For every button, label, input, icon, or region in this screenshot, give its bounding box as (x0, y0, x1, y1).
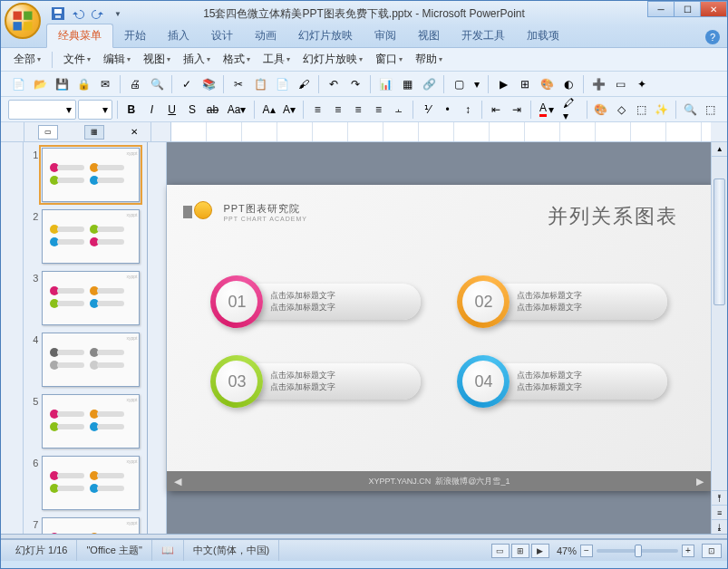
tab-slideshow[interactable]: 幻灯片放映 (287, 24, 364, 47)
research-icon[interactable]: 📚 (199, 74, 218, 94)
fontsize-combo[interactable]: ▾ (78, 100, 112, 120)
cut-icon[interactable]: ✂ (228, 74, 248, 94)
italic-icon[interactable]: I (142, 100, 160, 120)
menu-window[interactable]: 窗口▾ (370, 49, 408, 70)
thumbnail-slide-4[interactable]: xyppt (42, 333, 140, 387)
zoom-slider[interactable] (597, 549, 678, 553)
vertical-scrollbar[interactable]: ▲ ⭱ ≡ ⭳ (711, 142, 727, 534)
vertical-ruler[interactable] (148, 142, 167, 534)
footer-prev-icon[interactable]: ◀ (174, 476, 181, 487)
zoom-out-icon[interactable]: − (580, 545, 593, 557)
font-combo[interactable]: ▾ (8, 100, 76, 120)
tab-home[interactable]: 开始 (113, 24, 157, 47)
tab-review[interactable]: 审阅 (364, 24, 407, 47)
format-painter-icon[interactable]: 🖌 (294, 74, 314, 94)
quick-styles-icon[interactable]: ✨ (653, 100, 671, 120)
sorter-view-icon[interactable]: ⊞ (511, 544, 529, 558)
menu-edit[interactable]: 编辑▾ (98, 49, 136, 70)
copy-icon[interactable]: 📋 (250, 74, 270, 94)
permission-icon[interactable]: 🔒 (73, 74, 93, 94)
numbering-icon[interactable]: ⅟ (418, 100, 436, 120)
decrease-indent-icon[interactable]: ⇤ (487, 100, 505, 120)
thumbnail-slide-6[interactable]: xyppt (42, 456, 140, 510)
normal-view-icon[interactable]: ▭ (491, 544, 510, 558)
menu-format[interactable]: 格式▾ (218, 49, 256, 70)
slide-counter[interactable]: 幻灯片 1/16 (6, 540, 77, 561)
tab-developer[interactable]: 开发工具 (451, 24, 516, 47)
zoom-value[interactable]: 47% (557, 545, 577, 556)
menu-help[interactable]: 帮助▾ (410, 49, 448, 70)
thumbnail-slide-3[interactable]: xyppt (42, 271, 140, 325)
spellcheck-icon[interactable]: ✓ (177, 74, 197, 94)
bullets-icon[interactable]: • (438, 100, 456, 120)
shape-outline-icon[interactable]: ◇ (612, 100, 630, 120)
table-icon[interactable]: ▦ (397, 74, 417, 94)
shape-fill-icon[interactable]: 🎨 (592, 100, 610, 120)
grayscale-icon[interactable]: ◐ (558, 74, 578, 94)
thumbnail-slide-7[interactable]: xyppt (42, 517, 140, 534)
help-icon[interactable]: ? (705, 30, 720, 44)
align-left-icon[interactable]: ≡ (308, 100, 326, 120)
tab-design[interactable]: 设计 (200, 24, 244, 47)
tab-view[interactable]: 视图 (407, 24, 451, 47)
maximize-button[interactable]: ☐ (674, 1, 701, 17)
strikethrough-icon[interactable]: ab (203, 100, 221, 120)
layout-icon[interactable]: ▭ (610, 74, 630, 94)
align-right-icon[interactable]: ≡ (349, 100, 367, 120)
thumbnail-slide-1[interactable]: xyppt (42, 148, 140, 202)
changecase-icon[interactable]: Aa▾ (224, 100, 250, 120)
close-pane-icon[interactable]: ✕ (131, 127, 138, 137)
thumbnail-tab-icon[interactable]: ▦ (84, 125, 104, 140)
slide-selector-icon[interactable]: ≡ (712, 505, 727, 519)
hyperlink-icon[interactable]: 🔗 (419, 74, 439, 94)
find-icon[interactable]: 🔍 (681, 100, 699, 120)
footer-next-icon[interactable]: ▶ (696, 476, 704, 487)
redo-icon[interactable]: ↷ (345, 74, 365, 94)
shrink-font-icon[interactable]: A▾ (280, 100, 298, 120)
slide-canvas[interactable]: PPT图表研究院 PPT CHART ACADEMY 并列关系图表 01点击添加… (167, 185, 711, 491)
new-icon[interactable]: 📄 (8, 74, 28, 94)
slide-editor[interactable]: PPT图表研究院 PPT CHART ACADEMY 并列关系图表 01点击添加… (167, 142, 711, 534)
office-button[interactable] (5, 3, 41, 39)
tab-classic-menu[interactable]: 经典菜单 (46, 24, 113, 48)
horizontal-ruler[interactable] (171, 122, 711, 141)
print-icon[interactable]: 🖨 (125, 74, 145, 94)
increase-indent-icon[interactable]: ⇥ (508, 100, 526, 120)
spellcheck-status[interactable]: 📖 (152, 540, 184, 561)
scroll-up-icon[interactable]: ▲ (712, 142, 727, 157)
close-button[interactable]: ✕ (700, 1, 727, 17)
underline-icon[interactable]: U (163, 100, 181, 120)
pill-03[interactable]: 03点击添加标题文字点击添加标题文字 (210, 355, 421, 408)
slideshow-view-icon[interactable]: ▶ (531, 544, 549, 558)
arrange-icon[interactable]: ⬚ (632, 100, 650, 120)
justify-icon[interactable]: ≡ (369, 100, 387, 120)
select-icon[interactable]: ⬚ (701, 100, 719, 120)
tab-insert[interactable]: 插入 (157, 24, 200, 47)
undo-icon[interactable] (70, 5, 86, 22)
pill-04[interactable]: 04点击添加标题文字点击添加标题文字 (457, 355, 667, 408)
prev-slide-icon[interactable]: ⭱ (712, 490, 727, 505)
qat-dropdown-icon[interactable]: ▼ (110, 5, 126, 22)
redo-icon[interactable] (90, 5, 106, 22)
print-preview-icon[interactable]: 🔍 (147, 74, 167, 94)
paste-icon[interactable]: 📄 (272, 74, 292, 94)
menu-file[interactable]: 文件▾ (58, 49, 96, 70)
next-slide-icon[interactable]: ⭳ (712, 519, 727, 534)
grid-icon[interactable]: ⊞ (515, 74, 535, 94)
bold-icon[interactable]: B (122, 100, 141, 120)
thumbnail-slide-2[interactable]: xyppt (42, 209, 140, 264)
save-icon[interactable]: 💾 (52, 74, 72, 94)
tab-addins[interactable]: 加载项 (516, 24, 570, 47)
zoom-in-icon[interactable]: + (682, 545, 694, 557)
menu-slideshow[interactable]: 幻灯片放映▾ (297, 49, 368, 70)
open-icon[interactable]: 📂 (30, 74, 50, 94)
zoom-combo[interactable]: ▾ (471, 74, 483, 94)
thumbnail-pane[interactable]: 1xyppt2xyppt3xyppt4xyppt5xyppt6xyppt7xyp… (24, 142, 148, 534)
font-color-icon[interactable]: A▾ (536, 100, 558, 120)
tables-borders-icon[interactable]: ▢ (449, 74, 469, 94)
tab-animation[interactable]: 动画 (244, 24, 287, 47)
thumbnail-slide-5[interactable]: xyppt (42, 394, 140, 448)
highlight-icon[interactable]: 🖍▾ (559, 100, 582, 120)
menu-all[interactable]: 全部▾ (8, 49, 46, 70)
pill-02[interactable]: 02点击添加标题文字点击添加标题文字 (457, 275, 667, 328)
